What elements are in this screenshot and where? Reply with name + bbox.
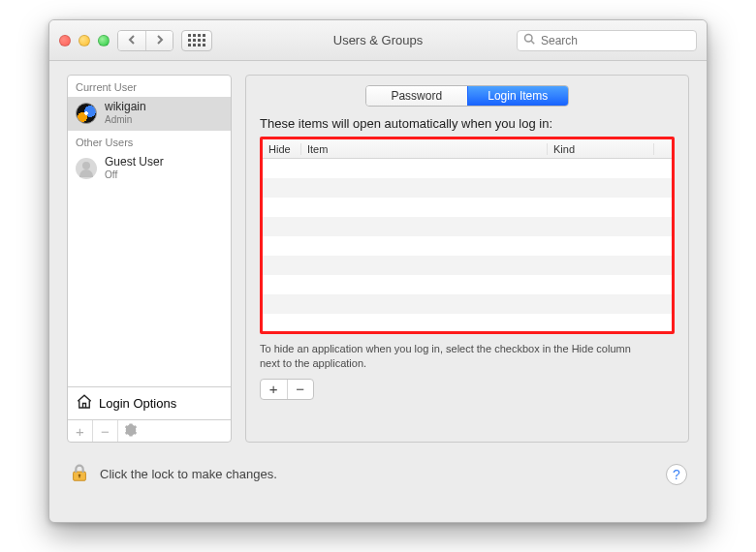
lock-icon[interactable] [69, 462, 90, 486]
preferences-window: Users & Groups Current User wikigain Adm… [48, 19, 708, 523]
remove-item-button[interactable]: − [287, 380, 314, 399]
table-header: Hide Item Kind [263, 139, 672, 159]
zoom-window-button[interactable] [98, 35, 110, 46]
content-area: Current User wikigain Admin Other Users … [49, 61, 707, 452]
gear-icon [124, 423, 138, 440]
sidebar-footer: + − [68, 419, 231, 442]
house-icon [76, 393, 93, 414]
user-name: wikigain [105, 101, 146, 114]
other-users-label: Other Users [68, 131, 231, 152]
help-button[interactable]: ? [666, 464, 687, 485]
user-actions-button[interactable] [118, 420, 143, 442]
add-remove-control: + − [260, 379, 314, 400]
lock-row: Click the lock to make changes. ? [49, 452, 707, 494]
minus-icon: − [101, 423, 110, 440]
table-row [263, 236, 672, 256]
add-item-button[interactable]: + [261, 380, 287, 399]
login-options-row[interactable]: Login Options [68, 386, 231, 419]
grid-icon [188, 34, 205, 46]
login-options-label: Login Options [99, 396, 176, 411]
back-button[interactable] [118, 31, 145, 50]
svg-line-1 [531, 41, 534, 44]
traffic-lights [59, 35, 110, 46]
search-input[interactable] [541, 34, 690, 47]
col-kind[interactable]: Kind [548, 143, 654, 155]
svg-point-0 [525, 35, 533, 43]
minimize-window-button[interactable] [79, 35, 90, 46]
window-toolbar: Users & Groups [49, 20, 707, 61]
lock-message: Click the lock to make changes. [100, 467, 656, 481]
table-row [263, 159, 672, 178]
table-row [263, 275, 672, 294]
avatar-silhouette-icon [76, 158, 97, 179]
table-row [263, 294, 672, 314]
remove-user-button[interactable]: − [93, 420, 118, 442]
current-user-label: Current User [68, 76, 231, 97]
users-sidebar: Current User wikigain Admin Other Users … [67, 75, 232, 443]
table-row [263, 217, 672, 236]
close-window-button[interactable] [59, 35, 71, 46]
svg-rect-4 [79, 475, 79, 478]
plus-icon: + [269, 381, 278, 397]
table-row [263, 198, 672, 217]
user-role: Admin [105, 114, 146, 126]
table-row [263, 256, 672, 275]
plus-icon: + [76, 423, 84, 440]
add-user-button[interactable]: + [68, 420, 93, 442]
col-item[interactable]: Item [301, 143, 548, 155]
login-items-description: These items will open automatically when… [260, 116, 675, 131]
tab-password[interactable]: Password [366, 86, 467, 106]
table-row [263, 178, 672, 198]
forward-button[interactable] [145, 31, 173, 50]
chevron-right-icon [155, 33, 165, 47]
chevron-left-icon [127, 33, 137, 47]
table-body[interactable] [263, 159, 672, 331]
tab-segmented-control: Password Login Items [365, 85, 569, 107]
hide-hint: To hide an application when you log in, … [260, 342, 638, 371]
help-icon: ? [673, 467, 680, 482]
search-icon [523, 33, 535, 47]
login-items-table: Hide Item Kind [260, 137, 675, 334]
user-name: Guest User [105, 156, 164, 169]
table-row [263, 314, 672, 333]
search-field[interactable] [517, 30, 697, 51]
nav-back-forward [117, 30, 173, 51]
user-status: Off [105, 169, 164, 181]
tab-login-items[interactable]: Login Items [467, 86, 569, 106]
user-row-guest[interactable]: Guest User Off [68, 152, 231, 186]
col-hide[interactable]: Hide [263, 143, 301, 155]
main-panel: Password Login Items These items will op… [245, 75, 689, 443]
show-all-button[interactable] [181, 30, 212, 51]
avatar-icon [76, 103, 97, 124]
minus-icon: − [296, 381, 304, 397]
user-row-current[interactable]: wikigain Admin [68, 97, 231, 131]
